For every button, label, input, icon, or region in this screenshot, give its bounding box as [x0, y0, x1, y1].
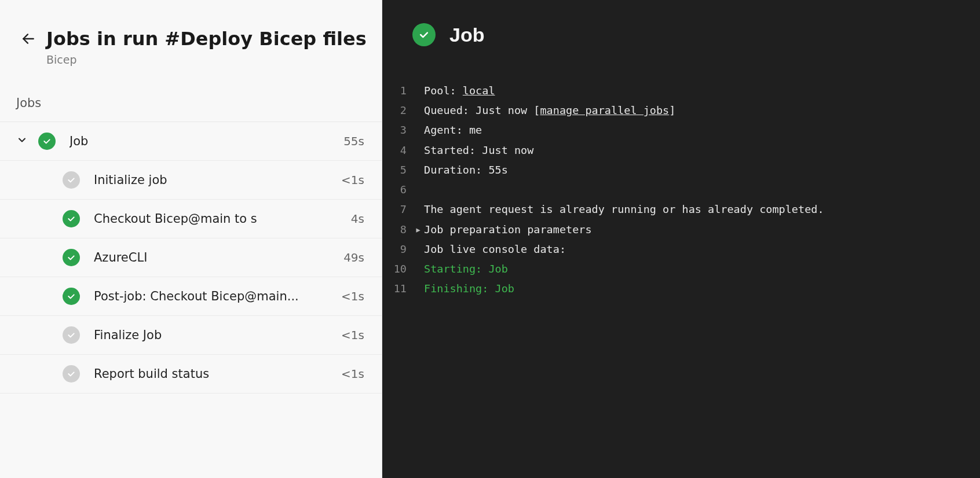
back-arrow-icon[interactable]	[21, 31, 36, 49]
line-number: 9	[382, 240, 412, 259]
check-icon	[63, 288, 80, 305]
log-line[interactable]: 1 Pool: local	[382, 81, 980, 101]
jobs-panel: Jobs in run #Deploy Bicep files Bicep Jo…	[0, 0, 382, 478]
check-grey-icon	[63, 326, 80, 344]
line-number: 5	[382, 160, 412, 180]
job-label: Job	[70, 134, 343, 148]
line-number: 10	[382, 259, 412, 279]
job-duration: 55s	[343, 134, 365, 148]
log-header: Job	[382, 0, 980, 59]
step-duration: <1s	[341, 367, 365, 381]
pool-link[interactable]: local	[463, 84, 495, 97]
step-label: Finalize Job	[94, 328, 341, 342]
check-grey-icon	[63, 365, 80, 383]
line-number: 8	[382, 220, 412, 240]
log-area: 1 Pool: local 2 Queued: Just now [manage…	[382, 59, 980, 299]
check-icon	[63, 249, 80, 266]
page-title: Jobs in run #Deploy Bicep files	[46, 28, 367, 50]
step-row[interactable]: Checkout Bicep@main to s4s	[0, 200, 382, 238]
step-duration: <1s	[341, 173, 365, 187]
step-duration: 49s	[343, 251, 365, 264]
line-number: 7	[382, 200, 412, 219]
line-number: 11	[382, 279, 412, 299]
check-icon	[63, 210, 80, 227]
step-row[interactable]: AzureCLI49s	[0, 238, 382, 277]
step-duration: <1s	[341, 328, 365, 342]
log-line[interactable]: 7 The agent request is already running o…	[382, 200, 980, 219]
log-line[interactable]: 5 Duration: 55s	[382, 160, 980, 180]
log-line[interactable]: 11 Finishing: Job	[382, 279, 980, 299]
check-grey-icon	[63, 171, 80, 189]
step-row[interactable]: Post-job: Checkout Bicep@main...<1s	[0, 277, 382, 316]
page-subtitle: Bicep	[46, 53, 367, 66]
step-duration: <1s	[341, 289, 365, 303]
log-line[interactable]: 3 Agent: me	[382, 120, 980, 140]
step-label: Report build status	[94, 367, 341, 381]
line-number: 1	[382, 81, 412, 101]
step-row[interactable]: Report build status<1s	[0, 355, 382, 394]
step-label: AzureCLI	[94, 251, 343, 264]
line-number: 2	[382, 101, 412, 120]
log-title: Job	[449, 24, 484, 46]
step-row[interactable]: Initialize job<1s	[0, 161, 382, 200]
line-number: 6	[382, 180, 412, 200]
log-line[interactable]: 6	[382, 180, 980, 200]
line-number: 4	[382, 141, 412, 160]
log-line[interactable]: 4 Started: Just now	[382, 141, 980, 160]
job-row-parent[interactable]: Job 55s	[0, 122, 382, 161]
step-label: Checkout Bicep@main to s	[94, 212, 351, 226]
log-panel: Job 1 Pool: local 2 Queued: Just now [ma…	[382, 0, 980, 478]
step-label: Post-job: Checkout Bicep@main...	[94, 289, 341, 303]
check-icon	[412, 23, 436, 46]
log-line[interactable]: 9 Job live console data:	[382, 240, 980, 259]
manage-parallel-jobs-link[interactable]: manage parallel jobs	[540, 104, 669, 116]
log-line[interactable]: 2 Queued: Just now [manage parallel jobs…	[382, 101, 980, 120]
step-duration: 4s	[351, 212, 365, 226]
expand-caret-icon[interactable]: ▸	[412, 220, 424, 240]
step-label: Initialize job	[94, 173, 341, 187]
log-line-expandable[interactable]: 8▸ Job preparation parameters	[382, 220, 980, 240]
check-icon	[38, 133, 56, 150]
section-heading: Jobs	[0, 81, 382, 122]
log-line[interactable]: 10 Starting: Job	[382, 259, 980, 279]
line-number: 3	[382, 120, 412, 140]
step-row[interactable]: Finalize Job<1s	[0, 316, 382, 355]
panel-header: Jobs in run #Deploy Bicep files Bicep	[0, 0, 382, 81]
chevron-down-icon[interactable]	[16, 134, 32, 148]
